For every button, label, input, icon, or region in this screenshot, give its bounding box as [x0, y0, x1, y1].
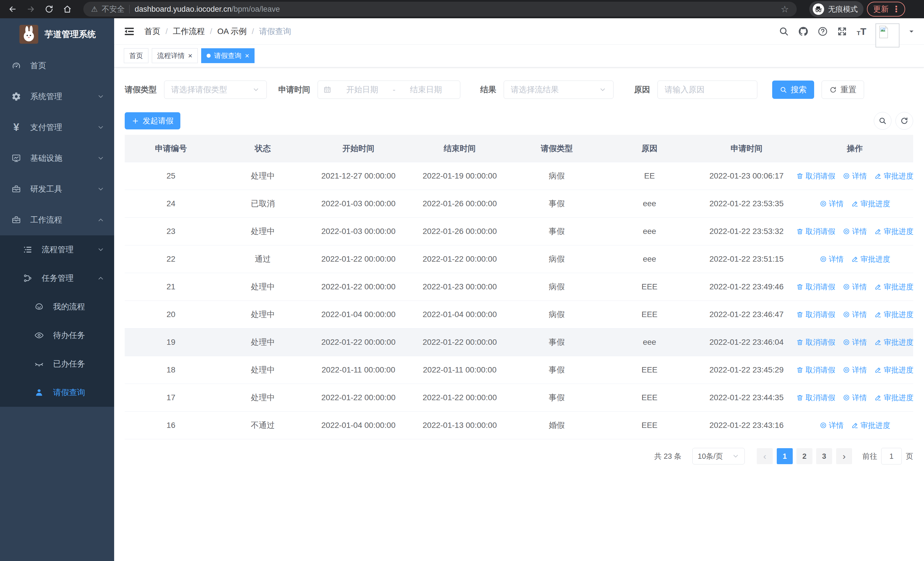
url-bar[interactable]: ⚠ 不安全 dashboard.yudao.iocoder.cn/bpm/oa/…	[83, 2, 797, 17]
page-button-1[interactable]: 1	[777, 448, 793, 464]
browser-menu-icon[interactable]: ⋮	[892, 5, 901, 14]
goto-page-input[interactable]	[881, 448, 902, 465]
progress-link[interactable]: 审批进度	[851, 199, 890, 209]
start-date-placeholder: 开始日期	[333, 84, 391, 95]
cancel-leave-link[interactable]: 取消请假	[796, 171, 835, 181]
detail-link[interactable]: 详情	[819, 254, 844, 264]
breadcrumb-item[interactable]: OA 示例	[218, 26, 247, 37]
back-icon[interactable]	[6, 3, 19, 15]
reload-icon[interactable]	[43, 3, 56, 15]
progress-link[interactable]: 审批进度	[851, 254, 890, 264]
sidebar-item-6[interactable]: 流程管理	[0, 235, 114, 264]
action-label: 详情	[852, 227, 867, 236]
leave-type-select[interactable]: 请选择请假类型	[164, 81, 267, 99]
progress-link[interactable]: 审批进度	[874, 393, 913, 403]
plus-icon	[132, 117, 139, 125]
detail-link[interactable]: 详情	[843, 393, 867, 403]
reason-input[interactable]	[657, 81, 758, 99]
progress-link[interactable]: 审批进度	[874, 365, 913, 375]
avatar[interactable]	[876, 23, 900, 47]
reset-button[interactable]: 重置	[822, 81, 864, 99]
cell-status: 不通过	[217, 420, 309, 431]
sidebar-toggle-icon[interactable]	[123, 26, 135, 38]
page-unit-label: 页	[906, 451, 913, 461]
detail-link[interactable]: 详情	[843, 310, 867, 320]
security-label[interactable]: 不安全	[102, 4, 125, 14]
page-button-3[interactable]: 3	[816, 448, 832, 464]
detail-link[interactable]: 详情	[819, 199, 844, 209]
tab-1[interactable]: 流程详情×	[152, 48, 198, 63]
cancel-leave-link[interactable]: 取消请假	[796, 393, 835, 403]
result-select[interactable]: 请选择流结果	[504, 81, 614, 99]
cancel-leave-link[interactable]: 取消请假	[796, 310, 835, 320]
tab-0[interactable]: 首页	[124, 48, 148, 63]
cell-end: 2022-01-11 00:00:00	[408, 365, 511, 375]
next-page-button[interactable]: ›	[836, 448, 852, 464]
search-button[interactable]: 搜索	[772, 81, 814, 99]
font-size-icon[interactable]: TT	[856, 26, 867, 37]
cancel-leave-link[interactable]: 取消请假	[796, 282, 835, 292]
page-button-2[interactable]: 2	[796, 448, 812, 464]
view-icon	[843, 228, 850, 235]
progress-link[interactable]: 审批进度	[874, 310, 913, 320]
sidebar-item-1[interactable]: 系统管理	[0, 81, 114, 112]
detail-link[interactable]: 详情	[843, 227, 867, 236]
sidebar-item-0[interactable]: 首页	[0, 50, 114, 81]
incognito-icon	[813, 3, 824, 15]
cell-type: 病假	[511, 309, 602, 320]
detail-link[interactable]: 详情	[819, 420, 844, 430]
detail-link[interactable]: 详情	[843, 337, 867, 347]
sidebar-item-8[interactable]: 我的流程	[0, 292, 114, 321]
detail-link[interactable]: 详情	[843, 171, 867, 181]
apply-time-range-picker[interactable]: 开始日期 - 结束日期	[318, 81, 460, 99]
sidebar-logo[interactable]: 芋道管理系统	[0, 18, 114, 50]
create-leave-button[interactable]: 发起请假	[125, 112, 180, 129]
sidebar-item-7[interactable]: 任务管理	[0, 264, 114, 292]
help-icon[interactable]	[817, 26, 828, 37]
progress-link[interactable]: 审批进度	[874, 171, 913, 181]
sidebar-item-label: 研发工具	[30, 183, 62, 194]
page-size-select[interactable]: 10条/页	[692, 448, 745, 465]
detail-link[interactable]: 详情	[843, 282, 867, 292]
table-row: 18处理中2022-01-11 00:00:002022-01-11 00:00…	[125, 356, 913, 384]
breadcrumb-item[interactable]: 首页	[144, 26, 160, 37]
progress-link[interactable]: 审批进度	[874, 282, 913, 292]
action-label: 审批进度	[884, 282, 913, 292]
prev-page-button[interactable]: ‹	[757, 448, 773, 464]
app-title: 芋道管理系统	[45, 29, 96, 40]
close-icon[interactable]: ×	[188, 52, 192, 59]
tab-2[interactable]: 请假查询×	[201, 48, 255, 63]
sidebar-item-2[interactable]: ¥支付管理	[0, 112, 114, 143]
top-navbar: 首页/工作流程/OA 示例/请假查询 TT	[114, 18, 924, 45]
chevron-down-icon	[732, 453, 740, 460]
filter-form: 请假类型 请选择请假类型 申请时间 开始日期 - 结束日期	[125, 81, 913, 99]
bookmark-star-icon[interactable]: ☆	[779, 3, 790, 15]
sidebar-item-3[interactable]: 基础设施	[0, 143, 114, 174]
progress-link[interactable]: 审批进度	[874, 337, 913, 347]
sidebar-item-9[interactable]: 待办任务	[0, 321, 114, 350]
sidebar-item-10[interactable]: 已办任务	[0, 350, 114, 378]
close-icon[interactable]: ×	[245, 52, 249, 59]
cell-id: 21	[125, 282, 217, 291]
cancel-leave-link[interactable]: 取消请假	[796, 227, 835, 236]
sidebar-item-5[interactable]: 工作流程	[0, 205, 114, 235]
progress-link[interactable]: 审批进度	[851, 420, 890, 430]
search-icon[interactable]	[778, 26, 789, 37]
fullscreen-icon[interactable]	[837, 26, 848, 37]
detail-link[interactable]: 详情	[843, 365, 867, 375]
avatar-caret-down-icon[interactable]	[908, 28, 915, 35]
breadcrumb-item[interactable]: 工作流程	[173, 26, 205, 37]
sidebar-item-4[interactable]: 研发工具	[0, 174, 114, 205]
progress-link[interactable]: 审批进度	[874, 227, 913, 236]
cancel-leave-link[interactable]: 取消请假	[796, 365, 835, 375]
refresh-table-button[interactable]	[896, 112, 913, 130]
sidebar-item-11[interactable]: 请假查询	[0, 378, 114, 407]
update-button[interactable]: 更新 ⋮	[867, 2, 905, 17]
home-icon[interactable]	[61, 3, 74, 15]
github-icon[interactable]	[798, 26, 809, 37]
search-icon	[780, 86, 787, 94]
filter-buttons: 搜索 重置	[772, 81, 864, 99]
toggle-search-button[interactable]	[874, 112, 891, 130]
cancel-leave-link[interactable]: 取消请假	[796, 337, 835, 347]
forward-icon[interactable]	[24, 3, 37, 15]
